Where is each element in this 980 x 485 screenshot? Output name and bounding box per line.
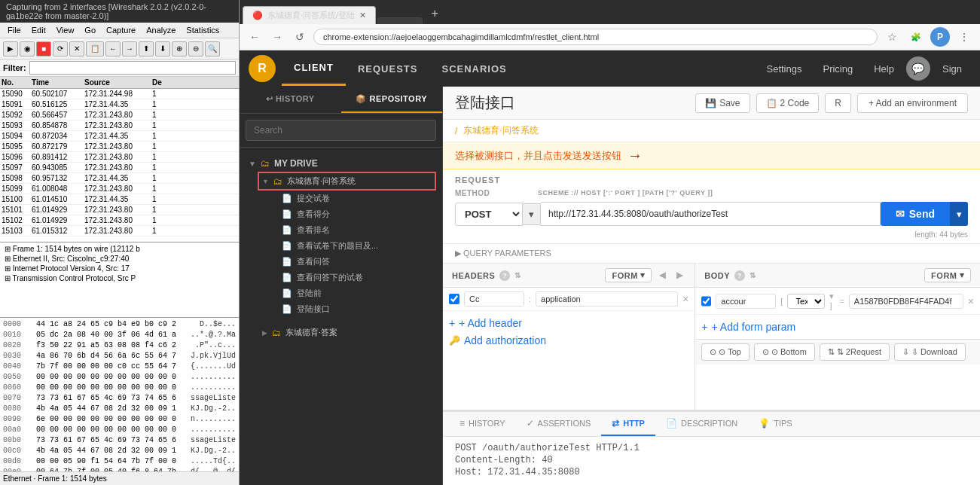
add-env-button[interactable]: + Add an environment: [857, 93, 968, 113]
body-value-1[interactable]: [849, 294, 963, 309]
toolbar-btn-10[interactable]: ⬇: [155, 41, 170, 56]
packet-row[interactable]: 1510161.014929172.31.243.801: [0, 205, 239, 215]
forward-button[interactable]: →: [268, 28, 286, 46]
menu-dots-button[interactable]: ⋮: [954, 27, 974, 47]
packet-row[interactable]: 1509060.502107172.31.244.981: [0, 89, 239, 99]
packet-list[interactable]: No. Time Source De 1509060.502107172.31.…: [0, 77, 239, 242]
header-checkbox-1[interactable]: [449, 294, 459, 304]
send-button[interactable]: ✉ Send: [881, 202, 950, 226]
wireshark-menubar[interactable]: File Edit View Go Capture Analyze Statis…: [0, 23, 239, 38]
packet-row[interactable]: 1509961.008048172.31.243.801: [0, 184, 239, 194]
download-button[interactable]: ⇩ ⇩ Download: [894, 343, 966, 361]
packet-row[interactable]: 1509360.854878172.31.243.801: [0, 120, 239, 131]
body-key-1[interactable]: [716, 294, 776, 309]
packet-row[interactable]: 1510361.015312172.31.243.801: [0, 226, 239, 236]
toolbar-btn-9[interactable]: ⬆: [139, 41, 154, 56]
toolbar-btn-4[interactable]: ⟳: [53, 41, 68, 56]
menu-edit[interactable]: Edit: [27, 24, 50, 36]
nav-help[interactable]: Help: [865, 53, 903, 85]
detail-tcp[interactable]: ⊞ Transmission Control Protocol, Src P: [2, 273, 237, 283]
body-remove-1[interactable]: ×: [968, 295, 974, 307]
body-type-select-1[interactable]: Text: [787, 294, 825, 309]
filter-input[interactable]: [29, 61, 236, 75]
item-4[interactable]: 📄 查看试卷下的题目及...: [279, 238, 436, 254]
to-request-button[interactable]: ⇅ ⇅ 2Request: [820, 343, 890, 361]
tab-history[interactable]: ↩ HISTORY: [240, 87, 341, 113]
packet-row[interactable]: 1509860.957132172.31.44.351: [0, 173, 239, 184]
browser-tab-2[interactable]: [377, 17, 423, 24]
query-params-toggle[interactable]: ▶ QUERY PARAMETERS: [455, 249, 968, 258]
detail-ethernet[interactable]: ⊞ Ethernet II, Src: CiscoInc_c9:27:40: [2, 254, 237, 264]
save-button[interactable]: 💾 Save: [695, 93, 750, 113]
item-1[interactable]: 📄 提交试卷: [279, 191, 436, 206]
response-tab-history[interactable]: ≡ HISTORY: [449, 412, 516, 436]
item-6[interactable]: 📄 查看问答下的试卷: [279, 270, 436, 285]
toolbar-btn-5[interactable]: ✕: [69, 41, 84, 56]
folder-2-header[interactable]: ▶ 🗂 东城德育·答案: [258, 323, 436, 342]
tab-close-1[interactable]: ✕: [359, 11, 366, 20]
packet-row[interactable]: 1509160.516125172.31.44.351: [0, 99, 239, 110]
item-5[interactable]: 📄 查看问答: [279, 254, 436, 270]
menu-view[interactable]: View: [52, 24, 79, 36]
add-header-button[interactable]: + + Add header: [449, 316, 688, 331]
method-select[interactable]: POST: [455, 203, 523, 226]
menu-capture[interactable]: Capture: [102, 24, 140, 36]
response-tab-assertions[interactable]: ✓ ASSERTIONS: [516, 412, 602, 436]
browser-tab-1[interactable]: 🔴 东城德育·问答系统/登陆 ✕: [243, 6, 376, 24]
toolbar-btn-3[interactable]: ■: [36, 41, 51, 56]
toolbar-btn-1[interactable]: ▶: [3, 41, 18, 56]
top-button[interactable]: ⊙ ⊙ Top: [701, 343, 750, 361]
menu-go[interactable]: Go: [80, 24, 100, 36]
menu-file[interactable]: File: [3, 24, 26, 36]
packet-detail-panel[interactable]: ⊞ Frame 1: 1514 bytes on wire (12112 b ⊞…: [0, 242, 239, 318]
extensions-button[interactable]: 🧩: [906, 27, 926, 47]
toolbar-btn-11[interactable]: ⊕: [172, 41, 187, 56]
nav-client[interactable]: CLIENT: [282, 51, 346, 86]
item-8[interactable]: 📄 登陆接口: [279, 301, 436, 317]
nav-requests[interactable]: REQUESTS: [346, 53, 430, 85]
headers-form-btn[interactable]: Form ▾: [605, 268, 652, 282]
folder-1-header[interactable]: ▼ 🗂 东城德育·问答系统: [258, 172, 436, 191]
add-form-param-button[interactable]: + + Add form param: [701, 319, 974, 334]
reload-button[interactable]: ↺: [291, 28, 309, 46]
header-remove-1[interactable]: ×: [682, 293, 688, 305]
body-info-icon[interactable]: ?: [734, 270, 745, 281]
nav-pricing[interactable]: Pricing: [814, 53, 862, 85]
packet-row[interactable]: 1509760.943085172.31.243.801: [0, 163, 239, 173]
nav-scenarios[interactable]: SCENARIOS: [429, 53, 518, 85]
response-tab-description[interactable]: 📄 DESCRIPTION: [655, 412, 748, 436]
toolbar-btn-13[interactable]: 🔍: [205, 41, 220, 56]
headers-nav-right[interactable]: ▶: [673, 270, 686, 280]
url-input[interactable]: [313, 29, 878, 45]
headers-info-icon[interactable]: ?: [499, 270, 510, 281]
detail-frame[interactable]: ⊞ Frame 1: 1514 bytes on wire (12112 b: [2, 244, 237, 254]
header-key-1[interactable]: [464, 291, 524, 307]
menu-statistics[interactable]: Statistics: [182, 24, 224, 36]
response-tab-http[interactable]: ⇄ HTTP: [601, 412, 655, 436]
nav-settings[interactable]: Settings: [757, 53, 811, 85]
code-button[interactable]: 📋 2 Code: [756, 93, 820, 113]
headers-sort-icon[interactable]: ⇅: [514, 271, 521, 279]
header-val-1[interactable]: [536, 291, 678, 307]
my-drive-header[interactable]: ▼ 🗂 MY DRIVE: [246, 155, 436, 172]
menu-analyze[interactable]: Analyze: [142, 24, 180, 36]
packet-row[interactable]: 1510261.014929172.31.243.801: [0, 215, 239, 226]
headers-nav-left[interactable]: ◀: [656, 270, 669, 280]
add-auth-button[interactable]: 🔑 Add authorization: [449, 333, 688, 348]
packet-row[interactable]: 1509660.891412172.31.243.801: [0, 152, 239, 163]
detail-ip[interactable]: ⊞ Internet Protocol Version 4, Src: 17: [2, 264, 237, 273]
toolbar-btn-6[interactable]: 📋: [86, 41, 104, 56]
body-checkbox-1[interactable]: [701, 296, 711, 307]
packet-row[interactable]: 1510061.014510172.31.44.351: [0, 194, 239, 205]
new-tab-button[interactable]: +: [424, 3, 445, 24]
send-dropdown-button[interactable]: ▾: [950, 202, 968, 226]
search-input[interactable]: [246, 120, 436, 141]
nav-sign[interactable]: Sign: [933, 53, 971, 85]
toolbar-btn-8[interactable]: →: [122, 41, 137, 56]
nav-chat-icon[interactable]: 💬: [906, 56, 930, 81]
item-7[interactable]: 📄 登陆前: [279, 285, 436, 301]
toolbar-btn-7[interactable]: ←: [105, 41, 121, 56]
packet-row[interactable]: 1509460.872034172.31.44.351: [0, 131, 239, 142]
item-2[interactable]: 📄 查看得分: [279, 206, 436, 222]
response-tab-tips[interactable]: 💡 TIPS: [748, 412, 802, 436]
